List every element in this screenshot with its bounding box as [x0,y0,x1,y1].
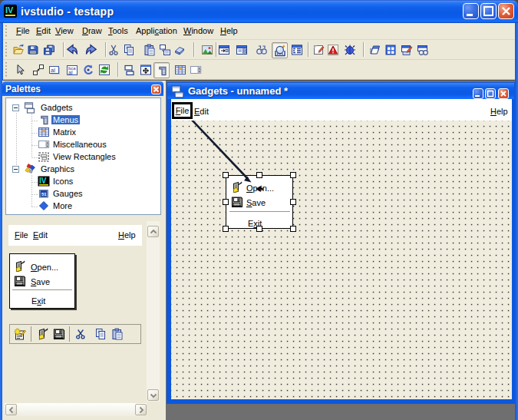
svg-text:IV: IV [39,177,47,185]
svg-text:al: al [68,70,73,75]
svg-text:IV: IV [5,5,14,15]
svg-text:al: al [51,67,55,74]
svg-text:51: 51 [41,192,47,197]
